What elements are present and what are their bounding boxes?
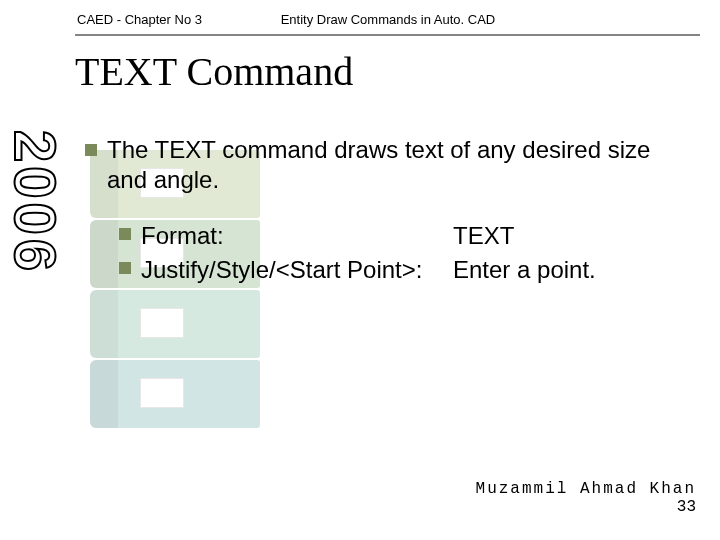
header-rule	[75, 34, 700, 36]
sub2-label: Justify/Style/<Start Point>:	[141, 255, 453, 285]
side-year: 2006	[6, 130, 64, 275]
sub1-label: Format:	[141, 221, 453, 251]
sub1-value: TEXT	[453, 221, 690, 251]
sub-bullet-row: Format: TEXT	[119, 221, 690, 251]
slide-title: TEXT Command	[75, 48, 353, 95]
square-bullet-icon	[85, 144, 97, 156]
header-left: CAED - Chapter No 3	[77, 12, 277, 27]
header: CAED - Chapter No 3 Entity Draw Commands…	[77, 12, 700, 27]
footer: Muzammil Ahmad Khan 33	[476, 480, 696, 516]
square-bullet-icon	[119, 228, 131, 240]
slide: CAED - Chapter No 3 Entity Draw Commands…	[0, 0, 720, 540]
footer-page-number: 33	[476, 498, 696, 516]
sub2-value: Enter a point.	[453, 255, 690, 285]
header-right: Entity Draw Commands in Auto. CAD	[281, 12, 496, 27]
main-bullet-text: The TEXT command draws text of any desir…	[107, 135, 690, 195]
body: The TEXT command draws text of any desir…	[85, 135, 690, 289]
footer-author: Muzammil Ahmad Khan	[476, 480, 696, 498]
square-bullet-icon	[119, 262, 131, 274]
bullet-row: The TEXT command draws text of any desir…	[85, 135, 690, 195]
sub-bullet-row: Justify/Style/<Start Point>: Enter a poi…	[119, 255, 690, 285]
